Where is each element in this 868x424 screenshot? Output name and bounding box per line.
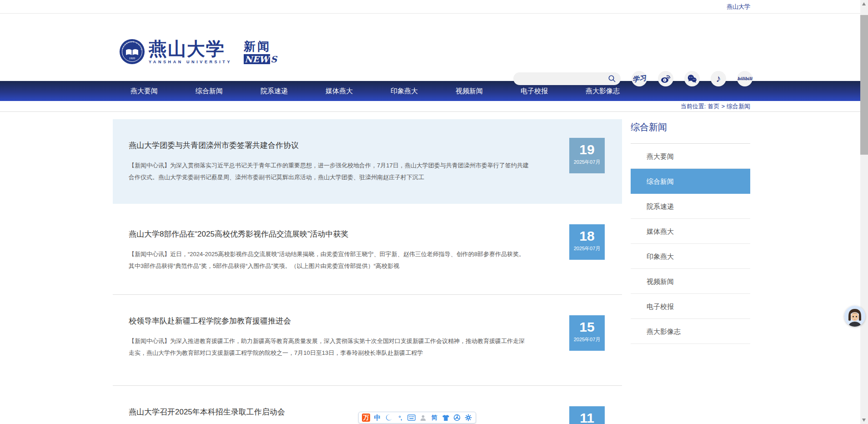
account-person-icon[interactable] <box>419 414 427 422</box>
sidebar-item-yandayaowen[interactable]: 燕大要闻 <box>631 144 750 169</box>
sidebar-item-yuanxisudi[interactable]: 院系速递 <box>631 194 750 219</box>
news-excerpt: 【新闻中心讯】为深入推进教育援疆工作，助力新疆高等教育高质量发展，深入贯彻落实第… <box>129 335 530 359</box>
wechat-icon[interactable] <box>684 71 700 86</box>
breadcrumb-separator: > <box>721 103 725 110</box>
top-utility-bar: 燕山大学 <box>0 0 868 14</box>
nav-item-yuanxisudi[interactable]: 院系速递 <box>261 87 288 96</box>
news-title-link[interactable]: 校领导率队赴新疆工程学院参加教育援疆推进会 <box>129 316 508 326</box>
punctuation-mode-icon[interactable]: °, <box>396 414 404 422</box>
category-sidebar: 综合新闻 燕大要闻 综合新闻 院系速递 媒体燕大 印象燕大 视频新闻 电子校报 … <box>631 112 750 344</box>
nav-item-yinxiangyanda[interactable]: 印象燕大 <box>391 87 418 96</box>
nav-item-yingxiangzhi[interactable]: 燕大影像志 <box>586 87 620 96</box>
news-logo-en: NEWS <box>244 54 277 65</box>
sidebar-item-zonghexinwen[interactable]: 综合新闻 <box>631 169 750 194</box>
sidebar-item-yingxiangzhi[interactable]: 燕大影像志 <box>631 319 750 344</box>
breadcrumb-current: 综合新闻 <box>727 102 750 111</box>
news-logo: 新闻 NEWS <box>244 40 277 65</box>
site-header: YANSHAN UNIVERSITY 1920 燕山大学 YANSHAN UNI… <box>0 14 868 81</box>
simplified-chinese-icon[interactable]: 简 <box>430 414 438 422</box>
news-item[interactable]: 校领导率队赴新疆工程学院参加教育援疆推进会 【新闻中心讯】为深入推进教育援疆工作… <box>113 295 622 386</box>
university-seal-icon: YANSHAN UNIVERSITY 1920 <box>119 39 145 65</box>
search-box[interactable] <box>513 72 621 85</box>
news-date-badge: 18 2025年07月 <box>569 224 605 260</box>
assistant-avatar[interactable] <box>844 306 865 327</box>
sidebar-item-dianzixiaobao[interactable]: 电子校报 <box>631 294 750 319</box>
news-list: 燕山大学团委与共青团滦州市委签署共建合作协议 【新闻中心讯】为深入贯彻落实习近平… <box>113 112 622 424</box>
breadcrumb: 当前位置: 首页 > 综合新闻 <box>0 101 868 112</box>
news-item[interactable]: 燕山大学8部作品在“2025高校优秀影视作品交流展映”活动中获奖 【新闻中心讯】… <box>113 204 622 295</box>
scroll-down-arrow-icon[interactable] <box>862 419 866 422</box>
ime-logo-icon[interactable]: 万 <box>362 414 370 422</box>
search-input[interactable] <box>513 76 608 82</box>
breadcrumb-home-link[interactable]: 首页 <box>707 103 719 110</box>
news-title-link[interactable]: 燕山大学8部作品在“2025高校优秀影视作品交流展映”活动中获奖 <box>129 229 508 239</box>
university-home-link[interactable]: 燕山大学 <box>727 3 750 11</box>
nav-item-yandayaowen[interactable]: 燕大要闻 <box>130 87 158 96</box>
ime-toolbar: 万 中 °, 简 <box>358 412 476 424</box>
search-and-social-row: 学习 ♪ <box>513 71 753 86</box>
sidebar-title: 综合新闻 <box>631 112 750 133</box>
bilibili-icon[interactable]: bilibili <box>737 71 753 86</box>
skin-tshirt-icon[interactable] <box>442 414 450 422</box>
soft-keyboard-icon[interactable] <box>407 414 416 422</box>
nav-item-shipinxinwen[interactable]: 视频新闻 <box>456 87 483 96</box>
news-item[interactable]: 燕山大学团委与共青团滦州市委签署共建合作协议 【新闻中心讯】为深入贯彻落实习近平… <box>113 119 622 204</box>
douyin-icon[interactable]: ♪ <box>711 71 726 86</box>
sidebar-item-yinxiangyanda[interactable]: 印象燕大 <box>631 244 750 269</box>
news-excerpt: 【新闻中心讯】为深入贯彻落实习近平总书记关于青年工作的重要思想，进一步强化校地合… <box>129 160 530 183</box>
tools-wheel-icon[interactable] <box>453 414 461 422</box>
news-date-badge: 19 2025年07月 <box>569 138 605 173</box>
sidebar-item-meitiyanda[interactable]: 媒体燕大 <box>631 219 750 244</box>
chinese-mode-icon[interactable]: 中 <box>373 414 381 422</box>
scrollbar-thumb[interactable] <box>860 15 868 155</box>
settings-gear-icon[interactable] <box>464 414 472 422</box>
logo-chinese-name: 燕山大学 <box>149 39 232 59</box>
vertical-scrollbar[interactable] <box>860 0 868 424</box>
news-excerpt: 【新闻中心讯】近日，“2024-2025高校影视作品交流展映”活动结果揭晓，由党… <box>129 248 530 272</box>
breadcrumb-prefix: 当前位置: <box>681 102 706 111</box>
weibo-icon[interactable] <box>658 71 673 86</box>
site-logo[interactable]: YANSHAN UNIVERSITY 1920 燕山大学 YANSHAN UNI… <box>119 39 277 65</box>
sidebar-item-shipinxinwen[interactable]: 视频新闻 <box>631 269 750 294</box>
half-full-width-moon-icon[interactable] <box>385 414 393 422</box>
svg-text:1920: 1920 <box>129 57 135 60</box>
nav-item-dianzixiaobao[interactable]: 电子校报 <box>521 87 548 96</box>
logo-english-name: YANSHAN UNIVERSITY <box>149 60 232 64</box>
scroll-up-arrow-icon[interactable] <box>862 2 866 5</box>
search-icon[interactable] <box>608 75 616 83</box>
news-title-link[interactable]: 燕山大学团委与共青团滦州市委签署共建合作协议 <box>129 140 508 151</box>
xuexi-icon[interactable]: 学习 <box>632 71 647 86</box>
news-date-badge: 11 <box>569 406 605 424</box>
nav-item-zonghexinwen[interactable]: 综合新闻 <box>196 87 223 96</box>
news-date-badge: 15 2025年07月 <box>569 315 605 351</box>
nav-item-meitiyanda[interactable]: 媒体燕大 <box>326 87 353 96</box>
news-logo-cn: 新闻 <box>244 40 277 53</box>
assistant-avatar-image <box>844 306 865 327</box>
